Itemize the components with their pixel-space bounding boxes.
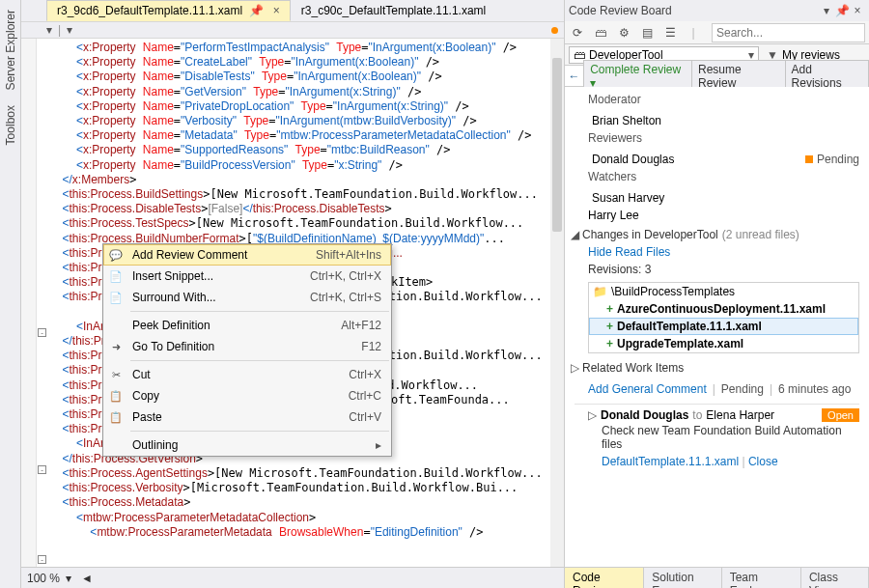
menu-item-label: Surround With... [132, 291, 302, 304]
zoom-dropdown-icon[interactable]: ▾ [66, 572, 71, 585]
context-menu-item[interactable]: 📋PasteCtrl+V [103, 406, 391, 428]
menu-item-label: Add Review Comment [132, 248, 308, 262]
moderator-name: Brian Shelton [565, 112, 869, 129]
meta-pending: Pending [721, 382, 764, 396]
collapse-toggle[interactable]: - [38, 555, 46, 564]
nav-dropdown[interactable]: ▾ [67, 23, 72, 37]
menu-item-label: Peek Definition [132, 319, 333, 332]
search-input[interactable] [712, 23, 865, 42]
refresh-icon[interactable]: ⟳ [569, 24, 586, 42]
panel-body: Moderator Brian Shelton Reviewers Donald… [565, 87, 869, 567]
watcher-row: Susan Harvey [565, 189, 869, 207]
panel-titlebar: Code Review Board ▾ 📌 × [565, 0, 869, 21]
tree-folder[interactable]: 📁 \BuildProcessTemplates [589, 283, 858, 300]
server-explorer-tab[interactable]: Server Explorer [2, 4, 19, 96]
menu-item-label: Outlining [132, 438, 368, 452]
list-icon[interactable]: ☰ [661, 24, 679, 42]
comment-text: Check new Team Foundation Build Automati… [588, 422, 859, 453]
vertical-scrollbar[interactable] [550, 39, 564, 567]
reviewer-row: Donald Douglas Pending [565, 151, 869, 168]
gear-icon[interactable]: ⚙ [615, 24, 632, 42]
open-badge: Open [822, 408, 859, 422]
context-menu-item[interactable]: 📄Surround With...Ctrl+K, Ctrl+S [103, 287, 391, 308]
close-icon[interactable]: × [273, 4, 280, 17]
editor-tab[interactable]: r3_c90c_DefaultTemplate.11.1.xaml [291, 0, 496, 21]
panel-toolbar: ⟳ 🗃 ⚙ ▤ ☰ | [565, 21, 869, 44]
context-menu-item[interactable]: Outlining▸ [103, 434, 391, 456]
reviewer-name: Donald Douglas [592, 153, 674, 166]
scrollbar-thumb[interactable] [552, 58, 562, 232]
pin-icon[interactable]: 📌 [834, 4, 850, 17]
context-menu-item[interactable]: ➜Go To DefinitionF12 [103, 336, 391, 357]
menu-item-shortcut: Ctrl+K, Ctrl+X [310, 269, 381, 283]
tab-label: r3_c90c_DefaultTemplate.11.1.xaml [301, 4, 486, 17]
pin-icon[interactable]: 📌 [249, 4, 264, 17]
collapse-toggle[interactable]: - [38, 465, 46, 474]
close-icon[interactable]: × [850, 4, 865, 17]
expand-icon[interactable]: ▷ [588, 408, 597, 422]
grid-icon[interactable]: ▤ [638, 24, 656, 42]
editor-tabs: r3_9cd6_DefaultTemplate.11.1.xaml 📌 × r3… [21, 0, 564, 21]
comment-file-link[interactable]: DefaultTemplate.11.1.xaml [602, 455, 739, 468]
menu-item-label: Go To Definition [132, 340, 353, 353]
menu-item-shortcut: Ctrl+K, Ctrl+S [310, 291, 381, 304]
watchers-heading: Watchers [588, 170, 859, 183]
editor-pane: r3_9cd6_DefaultTemplate.11.1.xaml 📌 × r3… [21, 0, 564, 588]
side-rail: Server Explorer Toolbox [0, 0, 21, 588]
menu-item-shortcut: Ctrl+C [349, 389, 381, 403]
menu-item-icon: 📄 [107, 290, 125, 305]
review-action-bar: ← Complete Review ▾ Resume Review Add Re… [565, 66, 869, 87]
nav-dropdown[interactable]: ▾ [46, 23, 52, 37]
panel-menu-icon[interactable]: ▾ [819, 4, 834, 17]
editor-status-bar: 100 % ▾ ◄ [21, 567, 564, 588]
tree-file[interactable]: +AzureContinuousDeployment.11.xaml [589, 300, 858, 318]
changes-header[interactable]: ◢ Changes in DeveloperTool (2 unread fil… [565, 224, 869, 245]
changes-tree: 📁 \BuildProcessTemplates +AzureContinuou… [588, 282, 859, 353]
bottom-tab[interactable]: Team Explo... [722, 568, 801, 588]
comment-close-link[interactable]: Close [748, 455, 778, 468]
gutter [21, 39, 37, 567]
tab-label: r3_9cd6_DefaultTemplate.11.1.xaml [57, 4, 242, 17]
code-area[interactable]: - - - <x:Property Name="PerformTestImpac… [21, 39, 564, 567]
context-menu-item[interactable]: 💬Add Review CommentShift+Alt+Ins [103, 244, 391, 266]
revisions-value: 3 [645, 263, 652, 276]
search-wrap [712, 23, 865, 42]
menu-item-shortcut: Shift+Alt+Ins [316, 248, 381, 262]
collapse-toggle[interactable]: - [38, 328, 46, 337]
menu-item-shortcut: Ctrl+V [349, 410, 381, 424]
bottom-tab[interactable]: Code Revie... [565, 568, 644, 588]
bottom-tab[interactable]: Class View [801, 568, 869, 588]
added-icon: + [606, 337, 613, 350]
hide-read-files-link[interactable]: Hide Read Files [588, 245, 670, 259]
repo-icon[interactable]: 🗃 [592, 24, 609, 42]
expand-icon: ▷ [571, 361, 582, 375]
menu-item-icon [107, 437, 125, 453]
context-menu-item[interactable]: 📄Insert Snippet...Ctrl+K, Ctrl+X [103, 266, 391, 287]
watcher-row: Harry Lee [565, 207, 869, 224]
editor-tab-active[interactable]: r3_9cd6_DefaultTemplate.11.1.xaml 📌 × [46, 0, 291, 21]
menu-item-label: Paste [132, 410, 341, 424]
tree-file[interactable]: +UpgradeTemplate.xaml [589, 335, 858, 352]
add-general-comment-link[interactable]: Add General Comment [588, 382, 707, 396]
toolbox-tab[interactable]: Toolbox [2, 99, 19, 151]
scroll-left-icon[interactable]: ◄ [81, 572, 93, 585]
context-menu-item[interactable]: Peek DefinitionAlt+F12 [103, 315, 391, 336]
menu-item-icon: 📋 [107, 388, 125, 404]
added-icon: + [606, 320, 613, 333]
editor-nav-bar: ▾ | ▾ [21, 21, 564, 39]
back-icon[interactable]: ← [565, 70, 583, 83]
menu-item-label: Copy [132, 389, 341, 403]
related-work-items-header[interactable]: ▷ Related Work Items [565, 357, 869, 378]
context-menu-item[interactable]: 📋CopyCtrl+C [103, 385, 391, 406]
meta-age: 6 minutes ago [778, 382, 851, 396]
context-menu-item[interactable]: ✂CutCtrl+X [103, 364, 391, 385]
bottom-tab[interactable]: Solution Ex... [644, 568, 721, 588]
panel-title: Code Review Board [569, 4, 819, 17]
tree-file-selected[interactable]: +DefaultTemplate.11.1.xaml [589, 318, 858, 335]
status-color-icon [805, 155, 813, 163]
revisions-label: Revisions: [588, 263, 641, 276]
meta-row: Add General Comment | Pending | 6 minute… [565, 378, 869, 400]
panel-bottom-tabs: Code Revie... Solution Ex... Team Explo.… [565, 567, 869, 588]
zoom-level[interactable]: 100 % [27, 572, 60, 585]
expand-icon: ◢ [571, 228, 582, 241]
